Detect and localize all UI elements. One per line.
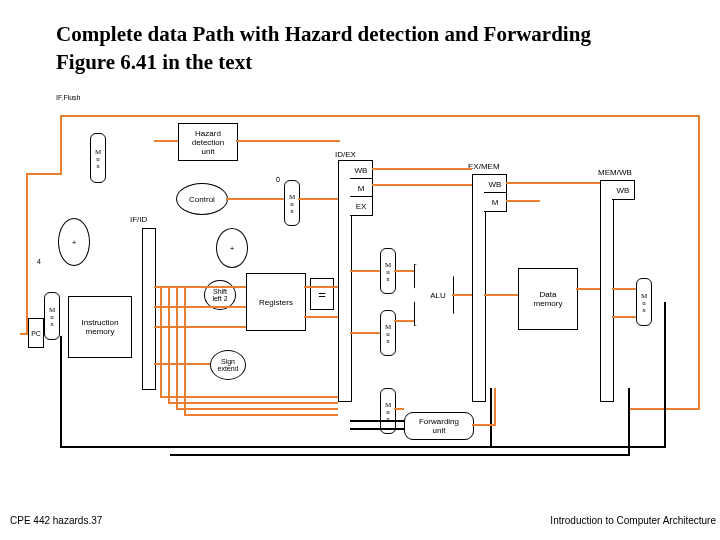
wire bbox=[612, 316, 636, 318]
exmem-m: M bbox=[484, 192, 507, 212]
alu: ALU bbox=[414, 264, 454, 326]
wire bbox=[184, 414, 338, 416]
label-ifid: IF/ID bbox=[130, 215, 147, 224]
memwb-wb: WB bbox=[612, 180, 635, 200]
wire bbox=[26, 173, 60, 175]
imem-label: Instruction memory bbox=[82, 318, 119, 336]
wire bbox=[176, 286, 178, 410]
wire bbox=[304, 286, 338, 288]
instruction-memory: Instruction memory bbox=[68, 296, 132, 358]
wire bbox=[484, 294, 518, 296]
sign-extend: Sign extend bbox=[210, 350, 246, 380]
comparator-equal: = bbox=[310, 278, 334, 310]
wire bbox=[612, 288, 636, 290]
wire-black bbox=[60, 446, 666, 448]
wire bbox=[298, 198, 338, 200]
mux-pc: Mux bbox=[44, 292, 60, 340]
wire bbox=[168, 402, 338, 404]
wire bbox=[160, 396, 338, 398]
wire bbox=[452, 294, 472, 296]
wire-black bbox=[628, 388, 630, 456]
plus-label: + bbox=[72, 238, 77, 247]
idex-m: M bbox=[350, 178, 373, 198]
label-ifflush: IF.Flush bbox=[56, 94, 81, 101]
mux-alu-b: Mux bbox=[380, 310, 396, 356]
wire bbox=[494, 388, 496, 426]
wire bbox=[372, 184, 472, 186]
label-memwb: MEM/WB bbox=[598, 168, 632, 177]
wire bbox=[168, 286, 170, 404]
data-memory: Data memory bbox=[518, 268, 578, 330]
wire bbox=[160, 286, 162, 398]
wire bbox=[506, 182, 600, 184]
wire bbox=[60, 115, 700, 117]
mux-control: Mux bbox=[284, 180, 300, 226]
wire bbox=[350, 270, 380, 272]
idex-wb: WB bbox=[350, 160, 373, 180]
plus2-label: + bbox=[230, 244, 235, 253]
wire-black bbox=[170, 454, 630, 456]
wire-black bbox=[60, 336, 62, 448]
control-unit: Control bbox=[176, 183, 228, 215]
wire bbox=[154, 140, 178, 142]
exmem-wb: WB bbox=[484, 174, 507, 194]
slide-title: Complete data Path with Hazard detection… bbox=[56, 20, 591, 77]
label-zero: 0 bbox=[276, 176, 280, 183]
title-line1: Complete data Path with Hazard detection… bbox=[56, 22, 591, 46]
wire bbox=[472, 424, 496, 426]
alu-label: ALU bbox=[430, 291, 446, 300]
wire-black bbox=[490, 388, 492, 448]
label-four: 4 bbox=[37, 258, 41, 265]
wire bbox=[350, 332, 380, 334]
label-idex: ID/EX bbox=[335, 150, 356, 159]
wire bbox=[506, 200, 540, 202]
forwarding-unit: Forwarding unit bbox=[404, 412, 474, 440]
pc-register: PC bbox=[28, 318, 44, 348]
mux-ifflush: Mux bbox=[90, 133, 106, 183]
wire-black bbox=[350, 428, 404, 430]
wire bbox=[304, 316, 338, 318]
memwb-register bbox=[600, 180, 614, 402]
wire-black bbox=[350, 420, 404, 422]
ifid-register bbox=[142, 228, 156, 390]
footer-right: Introduction to Computer Architecture bbox=[550, 515, 716, 526]
wire bbox=[176, 408, 338, 410]
wire bbox=[394, 270, 414, 272]
wire bbox=[26, 173, 28, 335]
wire bbox=[394, 320, 414, 322]
wire bbox=[226, 198, 284, 200]
hazard-detection-unit: Hazard detection unit bbox=[178, 123, 238, 161]
adder-pc4: + bbox=[58, 218, 90, 266]
wire bbox=[372, 168, 472, 170]
wire bbox=[236, 140, 340, 142]
footer-left: CPE 442 hazards.37 bbox=[10, 515, 102, 526]
wire bbox=[60, 115, 62, 175]
wire bbox=[698, 115, 700, 410]
wire bbox=[394, 408, 404, 410]
wire bbox=[154, 363, 210, 365]
adder-branch: + bbox=[216, 228, 248, 268]
wire bbox=[576, 288, 600, 290]
idex-ex: EX bbox=[350, 196, 373, 216]
label-exmem: EX/MEM bbox=[468, 162, 500, 171]
register-file: Registers bbox=[246, 273, 306, 331]
mux-wb: Mux bbox=[636, 278, 652, 326]
datapath-diagram: IF.Flush Mux + 4 Mux PC Instruction memo… bbox=[20, 88, 710, 468]
wire-black bbox=[664, 302, 666, 448]
title-line2: Figure 6.41 in the text bbox=[56, 50, 252, 74]
